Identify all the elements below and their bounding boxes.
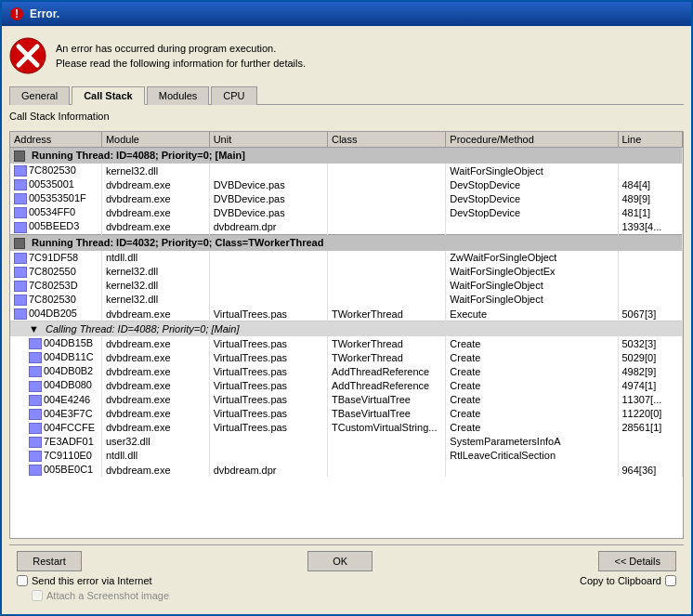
thread1-icon <box>14 151 25 162</box>
subthread1-header: ▼ Calling Thread: ID=4088; Priority=0; [… <box>10 321 683 337</box>
table-row: 004DB205 dvbdream.exe VirtualTrees.pas T… <box>10 307 683 321</box>
table-row: 005353501F dvbdream.exe DVBDevice.pas De… <box>10 191 683 205</box>
content-area: An error has occurred during program exe… <box>2 26 691 614</box>
thread2-header: Running Thread: ID=4032; Priority=0; Cla… <box>10 234 683 251</box>
copy-clipboard-checkbox[interactable] <box>665 575 676 586</box>
table-row: 004DB15B dvbdream.exe VirtualTrees.pas T… <box>10 336 683 350</box>
tab-general[interactable]: General <box>9 86 70 105</box>
svg-text:!: ! <box>15 7 19 20</box>
table-body: Running Thread: ID=4088; Priority=0; [Ma… <box>10 148 683 478</box>
header-line2: Please read the following information fo… <box>56 56 306 72</box>
table-row: 004FCCFE dvbdream.exe VirtualTrees.pas T… <box>10 421 683 435</box>
button-row: Restart OK << Details <box>17 551 676 571</box>
col-header-unit: Unit <box>209 132 327 148</box>
table-row: 7C802550 kernel32.dll WaitForSingleObjec… <box>10 265 683 279</box>
table-header-row: Address Module Unit Class Procedure/Meth… <box>10 132 683 148</box>
window-title: Error. <box>30 7 59 20</box>
header-text: An error has occurred during program exe… <box>56 41 306 72</box>
copy-clipboard-label: Copy to Clipboard <box>580 575 661 586</box>
table-row: 7C802530 kernel32.dll WaitForSingleObjec… <box>10 164 683 177</box>
tab-callstack[interactable]: Call Stack <box>72 86 145 105</box>
table-row: 7C9110E0 ntdll.dll RtlLeaveCriticalSecti… <box>10 449 683 463</box>
checkbox-row: Send this error via Internet Copy to Cli… <box>17 575 676 586</box>
error-title-icon: ! <box>9 7 24 21</box>
thread1-header: Running Thread: ID=4088; Priority=0; [Ma… <box>10 148 683 164</box>
table-row: 005BEED3 dvbdream.exe dvbdream.dpr 1393[… <box>10 219 683 234</box>
restart-button[interactable]: Restart <box>17 551 82 571</box>
details-button[interactable]: << Details <box>598 551 676 571</box>
col-header-class: Class <box>327 132 445 148</box>
table-row: 004DB11C dvbdream.exe VirtualTrees.pas T… <box>10 350 683 364</box>
table-row: 00534FF0 dvbdream.exe DVBDevice.pas DevS… <box>10 205 683 219</box>
table-row: 7C802530 kernel32.dll WaitForSingleObjec… <box>10 293 683 307</box>
col-header-module: Module <box>101 132 209 148</box>
attach-screenshot-label: Attach a Screenshot image <box>46 590 169 601</box>
col-header-line: Line <box>618 132 683 148</box>
send-error-check: Send this error via Internet <box>17 575 152 586</box>
attach-screenshot-checkbox <box>32 590 43 601</box>
tabs-bar: General Call Stack Modules CPU <box>9 85 684 105</box>
attach-screenshot-check: Attach a Screenshot image <box>17 590 676 601</box>
header-section: An error has occurred during program exe… <box>9 33 684 78</box>
table-row: 004DB080 dvbdream.exe VirtualTrees.pas A… <box>10 378 683 392</box>
error-window: ! Error. An error has occurred during pr… <box>0 0 693 616</box>
table-row: 004E3F7C dvbdream.exe VirtualTrees.pas T… <box>10 407 683 421</box>
tab-cpu[interactable]: CPU <box>211 86 256 105</box>
table-row: 004E4246 dvbdream.exe VirtualTrees.pas T… <box>10 393 683 407</box>
callstack-table-container[interactable]: Address Module Unit Class Procedure/Meth… <box>9 131 684 539</box>
table-row: 7C91DF58 ntdll.dll ZwWaitForSingleObject <box>10 251 683 265</box>
send-error-checkbox[interactable] <box>17 575 28 586</box>
col-header-address: Address <box>10 132 101 148</box>
callstack-table: Address Module Unit Class Procedure/Meth… <box>10 132 683 477</box>
subthread1-expand-icon: ▼ <box>29 323 39 334</box>
send-error-label: Send this error via Internet <box>32 575 152 586</box>
section-label: Call Stack Information <box>9 111 684 122</box>
table-row: 7C80253D kernel32.dll WaitForSingleObjec… <box>10 279 683 293</box>
table-row: 004DB0B2 dvbdream.exe VirtualTrees.pas A… <box>10 364 683 378</box>
thread2-icon <box>14 238 25 249</box>
ok-button[interactable]: OK <box>307 551 373 571</box>
error-x-icon <box>9 37 46 74</box>
bottom-bar: Restart OK << Details Send this error vi… <box>9 544 684 607</box>
table-row: 00535001 dvbdream.exe DVBDevice.pas DevS… <box>10 177 683 191</box>
col-header-proc: Procedure/Method <box>446 132 618 148</box>
copy-clipboard-check: Copy to Clipboard <box>580 575 676 586</box>
table-row: 005BE0C1 dvbdream.exe dvbdream.dpr 964[3… <box>10 463 683 477</box>
header-line1: An error has occurred during program exe… <box>56 41 306 57</box>
title-bar: ! Error. <box>2 2 691 26</box>
tab-modules[interactable]: Modules <box>147 86 210 105</box>
table-row: 7E3ADF01 user32.dll SystemParametersInfo… <box>10 435 683 449</box>
